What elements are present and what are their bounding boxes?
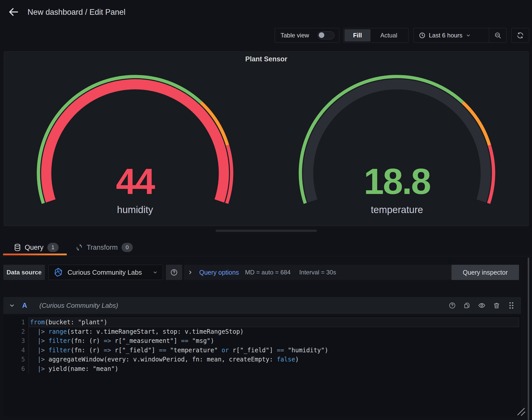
tab-transform-count: 0 [122, 243, 133, 252]
query-ref-id: A [22, 302, 27, 310]
chevron-right-icon[interactable] [188, 270, 193, 275]
toggle-visibility-button[interactable] [478, 302, 485, 309]
display-mode-group: Fill Actual [343, 28, 408, 43]
gauge-label: temperature [266, 204, 528, 215]
fill-button[interactable]: Fill [344, 29, 370, 41]
time-range-label: Last 6 hours [429, 32, 462, 39]
gauge-label: humidity [4, 204, 266, 215]
clock-icon [419, 32, 425, 39]
eye-icon [478, 302, 486, 309]
panel-title[interactable]: Plant Sensor [4, 55, 528, 63]
table-view-toggle[interactable] [317, 31, 335, 39]
code-lines: 1from(bucket: "plant")2 |> range(start: … [3, 318, 521, 373]
gauge-humidity: 44 humidity [4, 64, 266, 226]
datasource-name: Curious Community Labs [67, 269, 149, 276]
scrollbar-thumb[interactable] [528, 258, 529, 420]
database-icon [14, 244, 21, 251]
chevron-down-icon [153, 270, 158, 275]
toggle-knob [319, 32, 324, 38]
zoom-out-icon [494, 32, 501, 39]
max-data-points-stat: MD = auto = 684 [245, 269, 291, 276]
duplicate-query-button[interactable] [463, 302, 471, 309]
query-row-header[interactable]: A (Curious Community Labs) [3, 297, 521, 314]
collapse-chevron-icon[interactable] [9, 302, 15, 309]
grafana-edit-panel-page: New dashboard / Edit Panel Table view Fi… [0, 0, 532, 420]
help-circle-icon [170, 269, 178, 276]
datasource-picker[interactable]: Curious Community Labs [48, 265, 163, 280]
delete-query-button[interactable] [493, 302, 500, 309]
query-datasource-note: (Curious Community Labs) [39, 302, 449, 310]
gauge-value: 18.8 [266, 161, 528, 202]
tab-query[interactable]: Query 1 [14, 241, 59, 254]
time-range-picker[interactable]: Last 6 hours [414, 28, 489, 43]
copy-icon [463, 302, 471, 309]
pane-resize-handle[interactable] [216, 230, 317, 232]
refresh-icon [516, 32, 524, 39]
page-title: New dashboard / Edit Panel [28, 8, 125, 17]
datasource-label: Data source [3, 265, 45, 280]
code-line[interactable]: 3 |> filter(fn: (r) => r["_measurement"]… [3, 336, 521, 346]
table-view-control: Table view [275, 28, 339, 43]
zoom-out-button[interactable] [489, 28, 506, 43]
active-tab-underline [3, 254, 67, 255]
resize-corner-icon[interactable] [516, 406, 526, 416]
datasource-cube-icon [54, 268, 63, 277]
gauge-temperature: 18.8 temperature [266, 64, 528, 226]
code-line[interactable]: 2 |> range(start: v.timeRangeStart, stop… [3, 327, 521, 337]
grip-icon [508, 302, 515, 309]
tab-query-count: 1 [47, 243, 59, 252]
code-line[interactable]: 5 |> aggregateWindow(every: v.windowPeri… [3, 355, 521, 364]
query-help-button[interactable] [449, 302, 456, 309]
table-view-label: Table view [281, 32, 309, 39]
flux-code-editor[interactable]: 1from(bucket: "plant")2 |> range(start: … [3, 316, 521, 417]
drag-query-handle[interactable] [508, 302, 515, 309]
trash-icon [493, 302, 500, 309]
tabs-divider [0, 256, 532, 256]
query-options-section: Query options MD = auto = 684 Interval =… [184, 265, 455, 280]
code-line[interactable]: 1from(bucket: "plant") [3, 318, 521, 327]
tab-transform-label: Transform [87, 244, 118, 251]
chevron-down-icon [466, 33, 471, 38]
gauge-value: 44 [4, 161, 266, 202]
refresh-button[interactable] [511, 28, 529, 43]
tab-transform[interactable]: Transform 0 [76, 241, 133, 254]
code-line[interactable]: 6 |> yield(name: "mean") [3, 364, 521, 374]
tab-query-label: Query [25, 244, 44, 251]
actual-button[interactable]: Actual [370, 29, 407, 41]
back-button[interactable] [8, 7, 19, 17]
gauge-area: 44 humidity 18.8 temperature [4, 64, 528, 226]
panel-plant-sensor: Plant Sensor 44 humidity 18.8 temperatur… [4, 51, 529, 226]
datasource-help-button[interactable] [166, 265, 182, 280]
query-actions [449, 302, 515, 309]
interval-stat: Interval = 30s [299, 269, 336, 276]
query-options-toggle[interactable]: Query options [199, 269, 239, 276]
query-inspector-button[interactable]: Query inspector [451, 265, 519, 280]
code-line[interactable]: 4 |> filter(fn: (r) => r["_field"] == "t… [3, 346, 521, 355]
arrow-left-icon [8, 7, 19, 17]
time-range-control: Last 6 hours [414, 28, 507, 43]
transform-icon [76, 244, 83, 251]
